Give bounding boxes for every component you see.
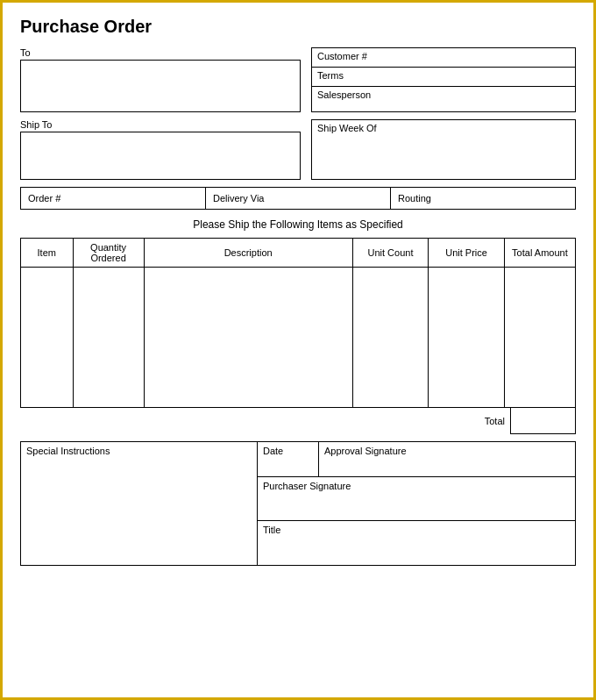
ship-week-label: Ship Week Of (317, 123, 570, 133)
to-block: To (20, 47, 301, 112)
routing-cell[interactable]: Routing (391, 188, 575, 209)
ship-to-block: Ship To (20, 119, 301, 180)
qty-cell[interactable] (73, 268, 144, 408)
total-value-box[interactable] (510, 408, 576, 434)
col-header-unit-price: Unit Price (429, 239, 505, 268)
terms-field[interactable]: Terms (312, 68, 575, 87)
salesperson-field[interactable]: Salesperson (312, 87, 575, 106)
date-approval-block: Date Approval Signature Purchaser Signat… (258, 442, 575, 565)
ship-week-wrapper[interactable]: Ship Week Of (311, 119, 576, 180)
title-row[interactable]: Title (258, 521, 575, 565)
item-cell[interactable] (21, 268, 74, 408)
unit-price-cell[interactable] (429, 268, 505, 408)
approval-sig-cell[interactable]: Approval Signature (319, 442, 575, 476)
to-label: To (20, 47, 301, 58)
date-cell[interactable]: Date (258, 442, 319, 476)
purchaser-sig-row[interactable]: Purchaser Signature (258, 477, 575, 521)
unit-count-cell[interactable] (352, 268, 429, 408)
delivery-via-cell[interactable]: Delivery Via (206, 188, 391, 209)
col-header-qty: Quantity Ordered (73, 239, 144, 268)
col-header-total: Total Amount (504, 239, 575, 268)
col-header-item: Item (21, 239, 74, 268)
page-container: Purchase Order To Customer # Terms Sales… (0, 0, 596, 700)
top-section: To Customer # Terms Salesperson (20, 47, 576, 112)
customer-field[interactable]: Customer # (312, 48, 575, 68)
right-fields-wrapper: Customer # Terms Salesperson (311, 47, 576, 112)
ship-section: Ship To Ship Week Of (20, 119, 576, 180)
special-instructions-block[interactable]: Special Instructions (21, 442, 258, 565)
purchaser-sig-label: Purchaser Signature (263, 481, 351, 491)
ship-to-label: Ship To (20, 119, 301, 130)
desc-cell[interactable] (144, 268, 352, 408)
total-cell[interactable] (504, 268, 575, 408)
col-header-unit-count: Unit Count (352, 239, 429, 268)
items-table: Item Quantity Ordered Description Unit C… (20, 238, 576, 408)
col-header-desc: Description (144, 239, 352, 268)
to-input[interactable] (20, 60, 301, 112)
total-text: Total (20, 408, 510, 434)
ship-to-input[interactable] (20, 132, 301, 180)
bottom-section: Special Instructions Date Approval Signa… (20, 441, 576, 566)
special-instructions-label: Special Instructions (26, 446, 110, 456)
please-ship-message: Please Ship the Following Items as Speci… (20, 218, 576, 231)
order-num-cell[interactable]: Order # (21, 188, 206, 209)
table-row (21, 268, 576, 408)
page-title: Purchase Order (20, 17, 576, 37)
total-row-container: Total (20, 408, 576, 434)
title-label: Title (263, 525, 280, 535)
order-row: Order # Delivery Via Routing (20, 187, 576, 210)
date-row: Date Approval Signature (258, 442, 575, 477)
